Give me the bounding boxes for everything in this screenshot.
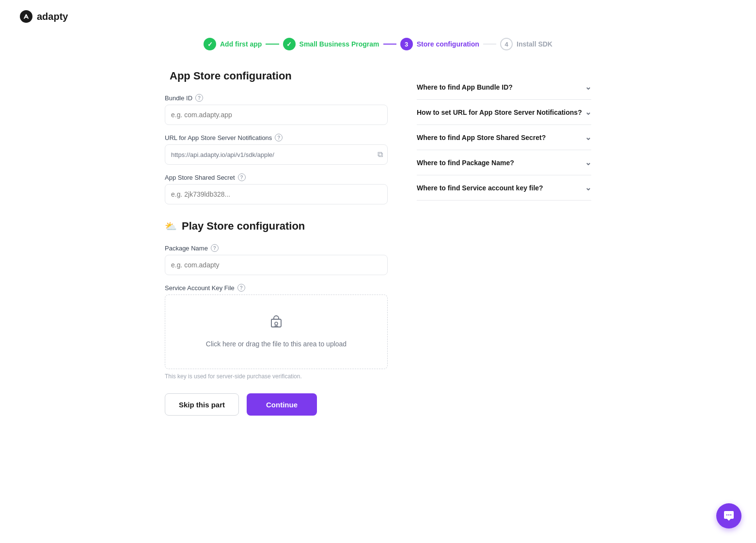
- buttons-row: Skip this part Continue: [165, 393, 388, 416]
- faq-question-0: Where to find App Bundle ID? ⌄: [417, 82, 591, 92]
- android-icon: ⛅: [165, 220, 177, 232]
- shared-secret-help-icon[interactable]: ?: [238, 173, 246, 181]
- stepper: ✓ Add first app ✓ Small Business Program…: [204, 38, 552, 50]
- url-notifications-label: URL for App Store Server Notifications ?: [165, 134, 388, 141]
- upload-area[interactable]: Click here or drag the file to this area…: [165, 295, 388, 369]
- faq-question-4: Where to find Service account key file? …: [417, 183, 591, 192]
- package-name-group: Package Name ?: [165, 244, 388, 275]
- step-icon-1: ✓: [204, 38, 216, 50]
- faq-chevron-2: ⌄: [585, 133, 591, 142]
- app-store-heading: App Store configuration: [165, 70, 388, 82]
- step-install-sdk: 4 Install SDK: [500, 38, 552, 50]
- logo-icon: [19, 10, 33, 23]
- logo[interactable]: adapty: [19, 10, 68, 23]
- skip-button[interactable]: Skip this part: [165, 393, 239, 416]
- faq-item-2[interactable]: Where to find App Store Shared Secret? ⌄: [417, 125, 591, 150]
- connector-1-2: [266, 44, 279, 45]
- shared-secret-label: App Store Shared Secret ?: [165, 173, 388, 181]
- continue-button[interactable]: Continue: [247, 393, 317, 416]
- url-notifications-input[interactable]: [165, 144, 388, 165]
- step-label-4: Install SDK: [517, 40, 552, 48]
- chat-button[interactable]: [716, 503, 741, 528]
- faq-question-3: Where to find Package Name? ⌄: [417, 158, 591, 167]
- url-field-wrapper: ⧉: [165, 144, 388, 165]
- bundle-id-label: Bundle ID ?: [165, 94, 388, 102]
- faq-item-4[interactable]: Where to find Service account key file? …: [417, 175, 591, 201]
- step-store-config[interactable]: 3 Store configuration: [400, 38, 479, 50]
- package-name-label: Package Name ?: [165, 244, 388, 252]
- step-label-3: Store configuration: [417, 40, 479, 48]
- header: adapty: [0, 0, 756, 33]
- svg-point-5: [730, 514, 731, 515]
- step-small-business[interactable]: ✓ Small Business Program: [283, 38, 379, 50]
- left-panel: App Store configuration Bundle ID ? URL …: [165, 70, 388, 416]
- faq-chevron-4: ⌄: [585, 183, 591, 192]
- upload-hint: This key is used for server-side purchas…: [165, 373, 388, 380]
- step-label-1: Add first app: [220, 40, 262, 48]
- service-key-label: Service Account Key File ?: [165, 284, 388, 292]
- bundle-id-help-icon[interactable]: ?: [195, 94, 203, 102]
- play-store-title: Play Store configuration: [182, 220, 305, 233]
- faq-item-0[interactable]: Where to find App Bundle ID? ⌄: [417, 75, 591, 100]
- package-name-help-icon[interactable]: ?: [211, 244, 219, 252]
- faq-chevron-1: ⌄: [585, 108, 591, 117]
- step-icon-3: 3: [400, 38, 413, 50]
- right-panel: Where to find App Bundle ID? ⌄ How to se…: [417, 70, 591, 416]
- bundle-id-input[interactable]: [165, 105, 388, 125]
- shared-secret-group: App Store Shared Secret ?: [165, 173, 388, 204]
- bundle-id-group: Bundle ID ?: [165, 94, 388, 125]
- stepper-container: ✓ Add first app ✓ Small Business Program…: [0, 33, 756, 50]
- step-label-2: Small Business Program: [299, 40, 379, 48]
- connector-2-3: [383, 44, 396, 45]
- main-content: App Store configuration Bundle ID ? URL …: [0, 50, 756, 435]
- upload-text: Click here or drag the file to this area…: [206, 339, 346, 349]
- svg-point-0: [20, 10, 32, 23]
- step-icon-2: ✓: [283, 38, 296, 50]
- step-add-first-app[interactable]: ✓ Add first app: [204, 38, 262, 50]
- play-store-heading: ⛅ Play Store configuration: [165, 220, 388, 233]
- url-notifications-group: URL for App Store Server Notifications ?…: [165, 134, 388, 165]
- app-store-title: App Store configuration: [170, 70, 292, 82]
- faq-item-1[interactable]: How to set URL for App Store Server Noti…: [417, 100, 591, 125]
- connector-3-4: [483, 44, 496, 45]
- service-key-help-icon[interactable]: ?: [237, 284, 245, 292]
- faq-chevron-0: ⌄: [585, 82, 591, 92]
- service-key-group: Service Account Key File ? Click here or…: [165, 284, 388, 380]
- faq-chevron-3: ⌄: [585, 158, 591, 167]
- shared-secret-input[interactable]: [165, 184, 388, 204]
- svg-point-4: [728, 514, 729, 515]
- step-icon-4: 4: [500, 38, 513, 50]
- play-store-section: ⛅ Play Store configuration Package Name …: [165, 220, 388, 380]
- svg-point-2: [275, 322, 278, 325]
- url-notifications-help-icon[interactable]: ?: [275, 134, 283, 141]
- svg-point-3: [726, 514, 727, 515]
- faq-question-2: Where to find App Store Shared Secret? ⌄: [417, 133, 591, 142]
- copy-icon[interactable]: ⧉: [378, 150, 383, 159]
- faq-item-3[interactable]: Where to find Package Name? ⌄: [417, 150, 591, 175]
- faq-question-1: How to set URL for App Store Server Noti…: [417, 108, 591, 117]
- package-name-input[interactable]: [165, 255, 388, 275]
- upload-icon: [268, 314, 284, 333]
- logo-text: adapty: [37, 11, 68, 22]
